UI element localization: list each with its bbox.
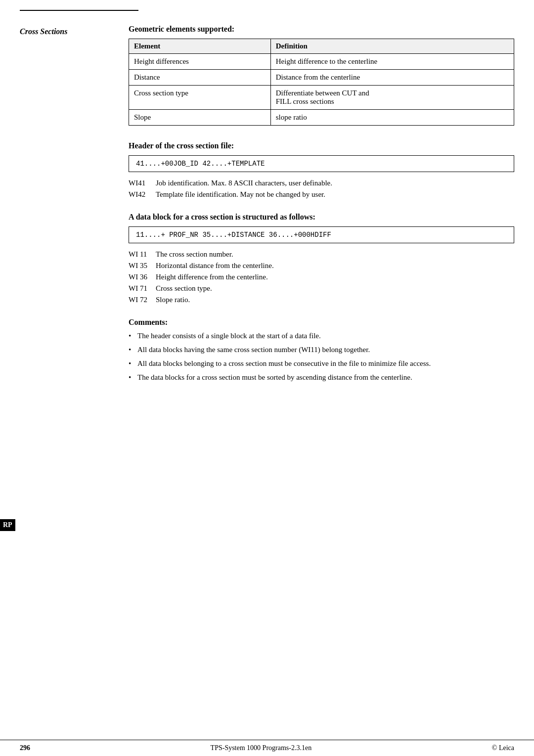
table-header-definition: Definition [270, 39, 514, 54]
bullet-item-0: • The header consists of a single block … [129, 331, 514, 341]
data-block-heading: A data block for a cross section is stru… [129, 213, 514, 222]
wi-code-41: WI41 [129, 179, 156, 187]
table-row: Slope slope ratio [129, 110, 514, 126]
bullet-dot-3: • [129, 372, 137, 383]
bullet-text-2: All data blocks belonging to a cross sec… [137, 358, 514, 369]
data-block-code-box: 11....+ PROF_NR 35....+DISTANCE 36....+0… [129, 226, 514, 243]
footer-brand: © Leica [492, 744, 514, 752]
top-border-line [20, 10, 138, 11]
wi-code-71: WI 71 [129, 284, 156, 293]
table-cell-element-2: Cross section type [129, 86, 271, 110]
wi-item-42: WI42 Template file identification. May n… [129, 190, 514, 199]
section-label: Cross Sections [20, 27, 119, 36]
footer-page-number: 296 [20, 744, 30, 752]
table-row: Height differences Height difference to … [129, 54, 514, 70]
header-wi-list: WI41 Job identification. Max. 8 ASCII ch… [129, 179, 514, 202]
geo-heading: Geometric elements supported: [129, 25, 514, 34]
wi-code-72: WI 72 [129, 296, 156, 304]
bullet-item-2: • All data blocks belonging to a cross s… [129, 358, 514, 369]
table-cell-def-1: Distance from the centerline [270, 70, 514, 86]
table-row: Cross section type Differentiate between… [129, 86, 514, 110]
wi-desc-72: Slope ratio. [156, 296, 514, 304]
table-row: Distance Distance from the centerline [129, 70, 514, 86]
rp-tab: RP [0, 519, 15, 531]
table-cell-def-2: Differentiate between CUT andFILL cross … [270, 86, 514, 110]
wi-item-35: WI 35 Horizontal distance from the cente… [129, 262, 514, 270]
bullet-text-1: All data blocks having the same cross se… [137, 345, 514, 355]
header-code-box: 41....+00JOB_ID 42....+TEMPLATE [129, 155, 514, 172]
wi-code-11: WI 11 [129, 250, 156, 259]
wi-desc-36: Height difference from the centerline. [156, 273, 514, 281]
footer-title: TPS-System 1000 Programs-2.3.1en [211, 744, 312, 752]
wi-code-35: WI 35 [129, 262, 156, 270]
bullet-dot-2: • [129, 358, 137, 369]
table-cell-element-3: Slope [129, 110, 271, 126]
wi-code-42: WI42 [129, 190, 156, 199]
wi-item-11: WI 11 The cross section number. [129, 250, 514, 259]
bullet-dot-0: • [129, 331, 137, 341]
wi-item-41: WI41 Job identification. Max. 8 ASCII ch… [129, 179, 514, 187]
wi-desc-11: The cross section number. [156, 250, 514, 259]
wi-item-36: WI 36 Height difference from the centerl… [129, 273, 514, 281]
wi-desc-35: Horizontal distance from the centerline. [156, 262, 514, 270]
wi-desc-42: Template file identification. May not be… [156, 190, 514, 199]
bullet-item-1: • All data blocks having the same cross … [129, 345, 514, 355]
table-cell-def-0: Height difference to the centerline [270, 54, 514, 70]
footer: 296 TPS-System 1000 Programs-2.3.1en © L… [0, 740, 534, 756]
wi-desc-71: Cross section type. [156, 284, 514, 293]
wi-desc-41: Job identification. Max. 8 ASCII charact… [156, 179, 514, 187]
main-content: Cross Sections Geometric elements suppor… [0, 0, 534, 740]
data-block-wi-list: WI 11 The cross section number. WI 35 Ho… [129, 250, 514, 307]
comments-bullet-list: • The header consists of a single block … [129, 331, 514, 386]
table-cell-def-3: slope ratio [270, 110, 514, 126]
bullet-text-0: The header consists of a single block at… [137, 331, 514, 341]
table-header-element: Element [129, 39, 271, 54]
wi-item-72: WI 72 Slope ratio. [129, 296, 514, 304]
comments-heading: Comments: [129, 318, 514, 327]
elements-table: Element Definition Height differences He… [129, 39, 514, 126]
wi-item-71: WI 71 Cross section type. [129, 284, 514, 293]
bullet-item-3: • The data blocks for a cross section mu… [129, 372, 514, 383]
table-cell-element-0: Height differences [129, 54, 271, 70]
wi-code-36: WI 36 [129, 273, 156, 281]
page: Cross Sections Geometric elements suppor… [0, 0, 534, 756]
table-cell-element-1: Distance [129, 70, 271, 86]
left-column: Cross Sections [20, 25, 129, 740]
header-section-heading: Header of the cross section file: [129, 141, 514, 150]
bullet-dot-1: • [129, 345, 137, 355]
bullet-text-3: The data blocks for a cross section must… [137, 372, 514, 383]
right-column: Geometric elements supported: Element De… [129, 25, 514, 740]
